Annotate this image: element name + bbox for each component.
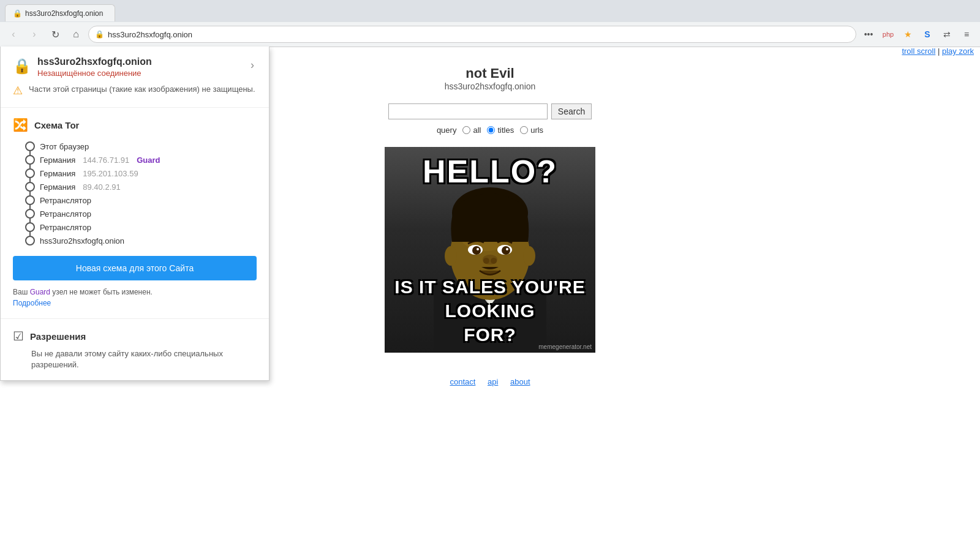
menu-dots-button[interactable]: ••• (860, 26, 877, 43)
node-dot-3 (25, 182, 35, 192)
address-text: hss3uro2hsxfogfq.onion (108, 30, 850, 39)
connection-info-section: 🔒 hss3uro2hsxfogfq.onion Незащищённое со… (1, 47, 269, 108)
warning-text: Части этой страницы (такие как изображен… (29, 84, 255, 95)
meme-text-bottom: IS IT SALES YOU'RE LOOKINGFOR? (385, 275, 595, 347)
svg-point-8 (472, 246, 481, 255)
security-popup-panel: 🔒 hss3uro2hsxfogfq.onion Незащищённое со… (0, 47, 270, 381)
guard-link[interactable]: Guard (30, 288, 50, 296)
warning-icon: ⚠ (13, 84, 23, 97)
permissions-section: ☑ Разрешения Вы не давали этому сайту ка… (1, 319, 269, 380)
svg-point-18 (523, 246, 535, 266)
popup-domain-title: hss3uro2hsxfogfq.onion (37, 56, 152, 67)
guard-note-prefix: Ваш (13, 288, 28, 296)
urls-radio[interactable] (520, 126, 528, 134)
guard-note-suffix: узел не может быть изменен. (52, 288, 153, 296)
svg-point-10 (477, 248, 479, 250)
permissions-title: Разрешения (30, 331, 86, 342)
nav-right-buttons: ••• php ★ S ⇄ ≡ (860, 26, 975, 43)
api-link[interactable]: api (488, 377, 498, 386)
node-dot-0 (25, 141, 35, 151)
node-label-4: Ретранслятор (40, 196, 91, 205)
meme-image: HELLO? IS IT SALES YOU'RE LOOKINGFOR? me… (385, 147, 595, 353)
page-content: not Evil hss3uro2hsxfogfq.onion Search q… (372, 47, 608, 537)
tor-node-7: hss3uro2hsxfogfq.onion (25, 234, 257, 247)
nav-bar: ‹ › ↻ ⌂ 🔒 hss3uro2hsxfogfq.onion ••• php… (0, 22, 980, 47)
tor-icon: 🔀 (13, 118, 28, 132)
urls-option[interactable]: urls (520, 126, 543, 135)
tor-node-5: Ретранслятор (25, 207, 257, 220)
node-dot-7 (25, 236, 35, 246)
address-lock-icon: 🔒 (95, 30, 104, 39)
bookmark-star-button[interactable]: ★ (899, 26, 916, 43)
tor-node-6: Ретранслятор (25, 220, 257, 234)
node-ip-3: 89.40.2.91 (83, 182, 120, 192)
svg-point-14 (491, 258, 497, 264)
about-link[interactable]: about (510, 377, 530, 386)
address-bar[interactable]: 🔒 hss3uro2hsxfogfq.onion (88, 26, 856, 43)
popup-warning: ⚠ Части этой страницы (такие как изображ… (13, 84, 257, 97)
page-footer: contact api about (445, 377, 535, 386)
play-zork-link[interactable]: play zork (942, 47, 974, 56)
node-dot-5 (25, 209, 35, 219)
tor-node-4: Ретранслятор (25, 193, 257, 207)
search-button[interactable]: Search (551, 103, 592, 119)
tor-node-2: Германия 195.201.103.59 (25, 167, 257, 180)
hamburger-menu-button[interactable]: ≡ (958, 26, 975, 43)
tor-section: 🔀 Схема Tor Этот браузер Германия 144.76… (1, 108, 269, 319)
search-form: Search (388, 103, 592, 119)
home-button[interactable]: ⌂ (67, 26, 85, 43)
learn-more-link[interactable]: Подробнее (13, 299, 51, 307)
svg-point-13 (483, 258, 489, 264)
node-label-5: Ретранслятор (40, 209, 91, 219)
meme-text-top: HELLO? (385, 153, 595, 190)
tab-title: hss3uro2hsxfogfq.onion (25, 9, 103, 18)
permissions-text: Вы не давали этому сайту каких-либо спец… (13, 348, 257, 370)
popup-chevron-icon[interactable]: › (248, 56, 257, 74)
site-domain: hss3uro2hsxfogfq.onion (445, 81, 536, 91)
tor-chain: Этот браузер Германия 144.76.71.91 Guard… (13, 140, 257, 247)
all-option[interactable]: all (462, 126, 481, 135)
node-label-1: Германия (40, 156, 75, 165)
back-button[interactable]: ‹ (5, 26, 22, 43)
guard-note: Ваш Guard узел не может быть изменен. По… (13, 287, 257, 309)
all-radio[interactable] (462, 126, 470, 134)
site-title: not Evil (466, 66, 514, 81)
separator: | (938, 47, 940, 56)
troll-scroll-link[interactable]: troll scroll (902, 47, 935, 56)
tab-bar: 🔒 hss3uro2hsxfogfq.onion (0, 0, 980, 22)
permissions-icon: ☑ (13, 329, 24, 343)
new-circuit-button[interactable]: Новая схема для этого Сайта (13, 256, 257, 280)
lock-icon-large: 🔒 (13, 58, 31, 75)
meme-watermark: memegenerator.net (538, 343, 592, 350)
refresh-button[interactable]: ↻ (47, 26, 64, 43)
titles-radio[interactable] (487, 126, 495, 134)
search-input[interactable] (388, 103, 548, 119)
tor-schema-title: Схема Tor (34, 120, 79, 130)
query-label: query (437, 126, 457, 135)
tor-node-0: Этот браузер (25, 140, 257, 153)
svg-point-11 (506, 248, 508, 250)
popup-domain-info: hss3uro2hsxfogfq.onion Незащищённое соед… (37, 56, 152, 78)
node-label-3: Германия (40, 182, 75, 192)
forward-button[interactable]: › (26, 26, 43, 43)
insecure-label: Незащищённое соединение (37, 69, 152, 78)
contact-link[interactable]: contact (450, 377, 475, 386)
node-dot-6 (25, 222, 35, 232)
svg-point-9 (502, 246, 510, 255)
node-label-0: Этот браузер (40, 142, 89, 151)
active-tab[interactable]: 🔒 hss3uro2hsxfogfq.onion (5, 4, 115, 21)
node-ip-1: 144.76.71.91 (83, 156, 129, 165)
svg-point-17 (445, 246, 457, 266)
node-guard-1: Guard (137, 156, 160, 165)
php-button[interactable]: php (880, 26, 897, 43)
tor-node-3: Германия 89.40.2.91 (25, 180, 257, 193)
sync-button[interactable]: ⇄ (938, 26, 956, 43)
tor-node-1: Германия 144.76.71.91 Guard (25, 153, 257, 167)
titles-option[interactable]: titles (487, 126, 514, 135)
node-label-2: Германия (40, 169, 75, 178)
search-options: query all titles urls (437, 126, 543, 135)
node-dot-2 (25, 168, 35, 178)
s-button[interactable]: S (919, 26, 936, 43)
node-dot-4 (25, 195, 35, 205)
popup-header-left: 🔒 hss3uro2hsxfogfq.onion Незащищённое со… (13, 56, 152, 78)
